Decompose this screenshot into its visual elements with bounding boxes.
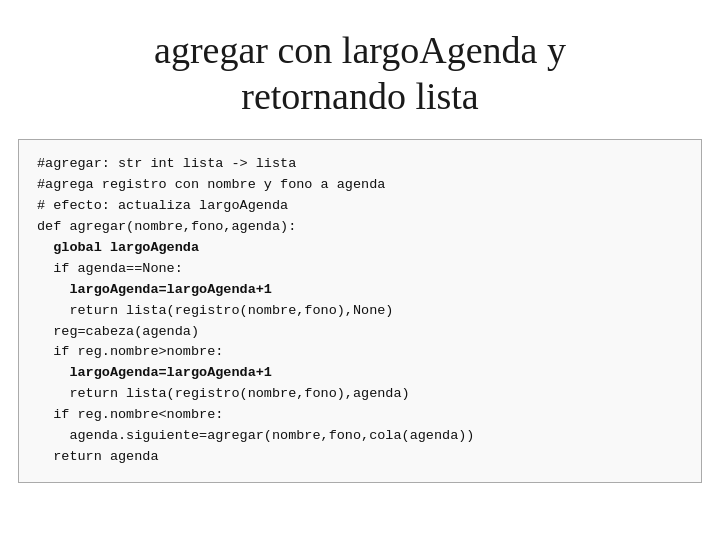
code-line: global largoAgenda — [37, 238, 683, 259]
code-line: if reg.nombre>nombre: — [37, 342, 683, 363]
title-line1: agregar con largoAgenda y — [154, 29, 566, 71]
code-line: agenda.siguiente=agregar(nombre,fono,col… — [37, 426, 683, 447]
code-line: largoAgenda=largoAgenda+1 — [37, 363, 683, 384]
code-line: #agrega registro con nombre y fono a age… — [37, 175, 683, 196]
code-line: return lista(registro(nombre,fono),None) — [37, 301, 683, 322]
code-line: if reg.nombre<nombre: — [37, 405, 683, 426]
code-line: def agregar(nombre,fono,agenda): — [37, 217, 683, 238]
title-line2: retornando lista — [241, 75, 478, 117]
code-line: if agenda==None: — [37, 259, 683, 280]
code-line: # efecto: actualiza largoAgenda — [37, 196, 683, 217]
slide-title: agregar con largoAgenda y retornando lis… — [40, 28, 680, 119]
code-line: return lista(registro(nombre,fono),agend… — [37, 384, 683, 405]
code-line: return agenda — [37, 447, 683, 468]
code-box: #agregar: str int lista -> lista#agrega … — [18, 139, 702, 483]
code-line: #agregar: str int lista -> lista — [37, 154, 683, 175]
code-line: largoAgenda=largoAgenda+1 — [37, 280, 683, 301]
code-line: reg=cabeza(agenda) — [37, 322, 683, 343]
code-section: #agregar: str int lista -> lista#agrega … — [0, 139, 720, 540]
title-section: agregar con largoAgenda y retornando lis… — [0, 0, 720, 139]
